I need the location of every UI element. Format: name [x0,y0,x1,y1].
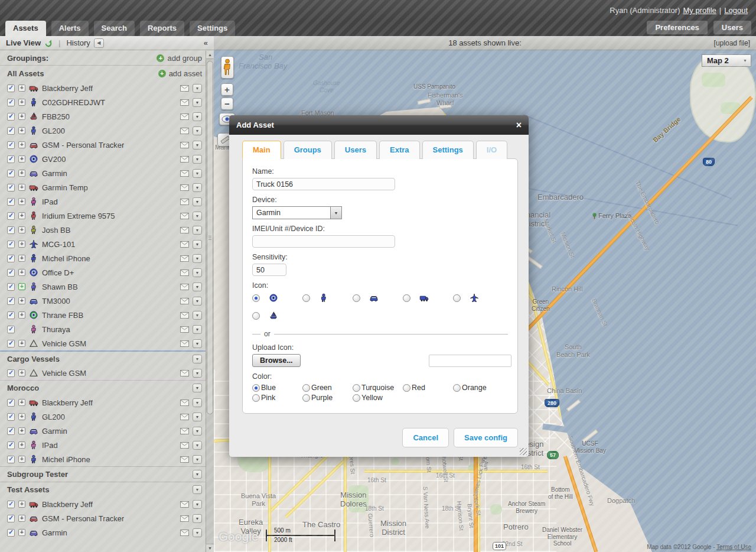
nav-tab-search[interactable]: Search [94,21,135,36]
expand-asset-button[interactable]: + [18,515,25,522]
expand-asset-button[interactable]: + [18,113,25,120]
asset-checkbox[interactable] [7,515,15,522]
map-type-selector[interactable]: Map 2▼ [702,54,751,67]
mail-icon[interactable] [180,515,189,522]
asset-dropdown-button[interactable]: ▼ [193,84,202,93]
mail-icon[interactable] [180,199,189,205]
expand-asset-button[interactable]: + [18,141,25,148]
asset-checkbox[interactable] [7,255,15,262]
mail-icon[interactable] [180,170,189,177]
asset-checkbox[interactable] [7,441,15,449]
expand-asset-button[interactable]: + [18,85,25,92]
asset-dropdown-button[interactable]: ▼ [193,240,202,249]
mail-icon[interactable] [180,113,189,120]
asset-checkbox[interactable] [7,456,15,463]
color-radio-pink[interactable] [252,394,260,402]
asset-dropdown-button[interactable]: ▼ [193,500,202,509]
nav-tab-reports[interactable]: Reports [140,21,184,36]
logout-link[interactable]: Logout [724,6,748,15]
asset-dropdown-button[interactable]: ▼ [193,528,202,537]
asset-name[interactable]: IPad [42,441,58,450]
mail-icon[interactable] [180,85,189,92]
icon-radio-car[interactable] [353,294,360,302]
asset-name[interactable]: C02GDHREDJWT [42,98,105,107]
mail-icon[interactable] [180,227,189,233]
asset-checkbox[interactable] [7,113,15,121]
mail-icon[interactable] [180,501,189,508]
asset-dropdown-button[interactable]: ▼ [193,126,202,135]
mail-icon[interactable] [180,414,189,420]
color-radio-purple[interactable] [302,394,310,402]
asset-dropdown-button[interactable]: ▼ [193,369,202,378]
asset-checkbox[interactable] [7,241,15,248]
asset-dropdown-button[interactable]: ▼ [193,268,202,277]
asset-checkbox[interactable] [7,501,15,508]
imei-field[interactable] [252,235,395,248]
asset-name[interactable]: Vehicle GSM [42,369,86,378]
mail-icon[interactable] [180,326,189,333]
mail-icon[interactable] [180,241,189,248]
asset-dropdown-button[interactable]: ▼ [193,197,202,206]
asset-checkbox[interactable] [7,326,15,333]
asset-checkbox[interactable] [7,226,15,234]
asset-checkbox[interactable] [7,297,15,305]
icon-radio-boat[interactable] [252,312,260,320]
upload-file-link[interactable]: [upload file] [714,39,750,47]
asset-name[interactable]: Office D+ [42,268,74,277]
close-icon[interactable]: × [516,121,522,130]
expand-asset-button[interactable]: + [18,369,25,376]
asset-checkbox[interactable] [7,283,15,291]
name-field[interactable] [252,178,395,190]
asset-name[interactable]: GSM - Personal Tracker [42,514,124,523]
tab-settings[interactable]: Settings [422,141,474,159]
asset-name[interactable]: Garmin [42,169,67,178]
mail-icon[interactable] [180,298,189,304]
asset-dropdown-button[interactable]: ▼ [193,141,202,150]
mail-icon[interactable] [180,269,189,276]
refresh-icon[interactable] [44,39,53,47]
dialog-resize-handle[interactable] [520,448,527,455]
expand-asset-button[interactable]: + [18,297,25,304]
device-select[interactable]: Garmin ▼ [252,206,342,219]
asset-name[interactable]: Josh BB [42,226,70,235]
asset-dropdown-button[interactable]: ▼ [193,155,202,164]
group-dropdown-button[interactable]: ▼ [193,384,202,392]
my-profile-link[interactable]: My profile [683,6,716,15]
asset-dropdown-button[interactable]: ▼ [193,514,202,523]
asset-dropdown-button[interactable]: ▼ [193,455,202,464]
nav-tab-alerts[interactable]: Alerts [51,21,89,36]
mail-icon[interactable] [180,142,189,148]
zoom-out-button[interactable]: − [221,98,233,110]
mail-icon[interactable] [180,284,189,290]
expand-asset-button[interactable]: + [18,170,25,177]
tab-users[interactable]: Users [334,141,377,159]
asset-dropdown-button[interactable]: ▼ [193,413,202,421]
expand-asset-button[interactable]: + [18,311,25,319]
color-radio-blue[interactable] [252,384,260,392]
scroll-up-arrow[interactable]: ▲ [206,51,214,59]
mail-icon[interactable] [180,370,189,376]
tab-groups[interactable]: Groups [284,141,332,159]
asset-checkbox[interactable] [7,184,15,191]
mail-icon[interactable] [180,456,189,463]
preferences-button[interactable]: Preferences [647,21,707,34]
asset-dropdown-button[interactable]: ▼ [193,254,202,263]
users-button[interactable]: Users [713,21,751,34]
asset-name[interactable]: Blackberry Jeff [42,398,93,407]
icon-radio-person[interactable] [302,294,310,302]
asset-checkbox[interactable] [7,85,15,92]
expand-asset-button[interactable]: + [18,529,25,536]
asset-dropdown-button[interactable]: ▼ [193,112,202,121]
asset-name[interactable]: GSM - Personal Tracker [42,141,124,150]
expand-asset-button[interactable]: + [18,241,25,248]
asset-name[interactable]: GL200 [42,126,65,135]
asset-dropdown-button[interactable]: ▼ [193,339,202,348]
asset-checkbox[interactable] [7,212,15,220]
expand-asset-button[interactable]: + [18,198,25,205]
asset-checkbox[interactable] [7,369,15,377]
asset-dropdown-button[interactable]: ▼ [193,226,202,235]
asset-name[interactable]: Garmin [42,427,67,436]
street-view-pegman[interactable] [221,56,234,79]
mail-icon[interactable] [180,213,189,219]
asset-name[interactable]: GL200 [42,413,65,421]
